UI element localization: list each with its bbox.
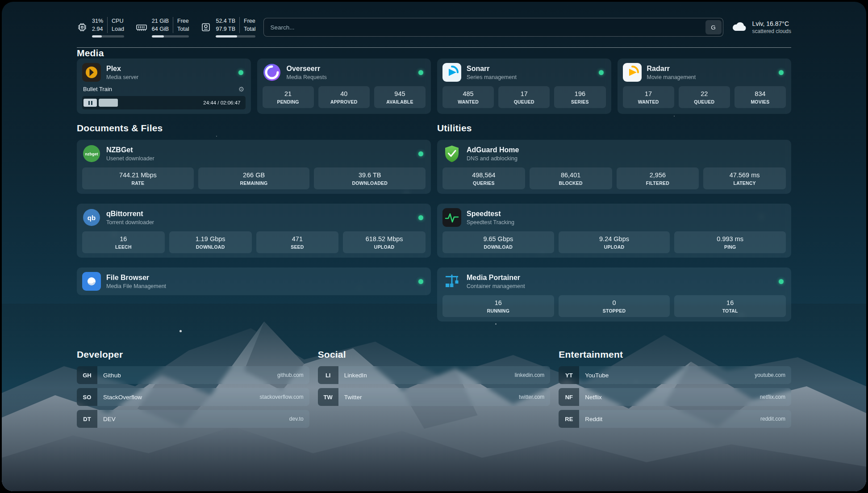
stat-rate: 744.21 Mbps RATE [82, 167, 194, 189]
disk-icon [200, 22, 211, 33]
memory-free-value: 21 GiB [152, 17, 169, 25]
stat-stopped: 0 STOPPED [559, 295, 670, 317]
memory-free-label: Free [177, 17, 189, 25]
bookmark-youtube[interactable]: YT YouTube youtube.com [559, 366, 791, 384]
middle-grid: Documents & Files nzbget NZBGet Usenet d [77, 123, 791, 331]
stat-latency: 47.569 ms LATENCY [703, 167, 786, 189]
bookmark-abbr: RE [559, 410, 579, 428]
cpu-icon [77, 22, 88, 33]
stat-seed: 471 SEED [256, 231, 339, 253]
status-dot [418, 70, 423, 75]
svg-text:qb: qb [88, 214, 96, 221]
app-card-speedtest[interactable]: Speedtest Speedtest Tracking 9.65 Gbps D… [437, 204, 791, 258]
settings-gear-icon[interactable]: ⚙ [238, 86, 244, 92]
plex-icon [82, 63, 101, 82]
svg-text:nzbget: nzbget [85, 152, 98, 156]
bookmark-name: Github [97, 372, 121, 379]
bookmarks-grid: Developer GH Github github.com SO StackO… [77, 349, 791, 432]
stat-download: 9.65 Gbps DOWNLOAD [442, 231, 554, 253]
app-card-sonarr[interactable]: Sonarr Series management 485 WANTED 17 Q… [437, 58, 611, 114]
bookmark-linkedin[interactable]: LI LinkedIn linkedin.com [318, 366, 551, 384]
app-description: DNS and adblocking [467, 155, 519, 162]
topbar: 31% 2.94 CPU Load [77, 17, 791, 38]
bookmark-name: Netflix [579, 394, 602, 401]
app-description: Series management [467, 74, 517, 80]
app-card-adguard[interactable]: AdGuard Home DNS and adblocking 498,564 … [437, 140, 791, 194]
app-card-filebrowser[interactable]: File Browser Media File Management [77, 267, 431, 295]
status-dot [779, 279, 784, 284]
app-description: Container management [467, 283, 525, 289]
memory-progress-bar [152, 35, 189, 38]
bookmark-url: stackoverflow.com [260, 394, 309, 400]
stat-queued: 17 QUEUED [498, 86, 550, 108]
bookmark-dev[interactable]: DT DEV dev.to [77, 410, 309, 428]
bookmark-abbr: SO [77, 388, 97, 406]
speedtest-icon [442, 208, 461, 227]
disk-free-label: Free [244, 17, 255, 25]
bookmark-abbr: LI [318, 366, 338, 384]
weather-condition: scattered clouds [752, 28, 791, 34]
bookmark-url: netflix.com [760, 394, 791, 400]
bookmark-reddit[interactable]: RE Reddit reddit.com [559, 410, 791, 428]
media-grid: Plex Media server Bullet Train ⚙ [77, 58, 791, 114]
app-card-nzbget[interactable]: nzbget NZBGet Usenet downloader 744.21 M… [77, 140, 431, 194]
app-card-qbittorrent[interactable]: qb qBittorrent Torrent downloader 16 LEE… [77, 204, 431, 258]
disk-total-label: Total [244, 25, 255, 33]
app-name: Media Portainer [467, 274, 525, 282]
sonarr-icon [442, 63, 461, 82]
documents-column: Documents & Files nzbget NZBGet Usenet d [77, 123, 431, 305]
radarr-icon [623, 63, 642, 82]
bookmark-abbr: YT [559, 366, 579, 384]
stat-total: 16 TOTAL [674, 295, 786, 317]
cpu-label: CPU [112, 17, 124, 25]
plex-now-playing: Bullet Train ⚙ 24:44 / 02:06:47 [82, 86, 246, 109]
bookmark-github[interactable]: GH Github github.com [77, 366, 309, 384]
resource-widgets: 31% 2.94 CPU Load [77, 17, 255, 38]
cpu-widget: 31% 2.94 CPU Load [77, 17, 124, 38]
memory-widget: 21 GiB 64 GiB Free Total [136, 17, 189, 38]
cpu-load-label: Load [112, 25, 124, 33]
app-card-overseerr[interactable]: Overseerr Media Requests 21 PENDING 40 A… [257, 58, 431, 114]
entertainment-column: Entertainment YT YouTube youtube.com NF … [559, 349, 791, 432]
stat-leech: 16 LEECH [82, 231, 165, 253]
bookmark-abbr: NF [559, 388, 579, 406]
app-card-portainer[interactable]: Media Portainer Container management 16 … [437, 267, 791, 322]
memory-total-value: 64 GiB [152, 25, 169, 33]
status-dot [418, 279, 423, 284]
status-dot [599, 70, 604, 75]
app-card-radarr[interactable]: Radarr Movie management 17 WANTED 22 QUE… [618, 58, 792, 114]
section-title-entertainment: Entertainment [559, 349, 791, 360]
app-description: Usenet downloader [106, 155, 154, 162]
bookmark-url: github.com [277, 372, 309, 378]
bookmark-name: YouTube [579, 372, 609, 379]
bookmark-twitter[interactable]: TW Twitter twitter.com [318, 388, 551, 406]
app-name: AdGuard Home [467, 146, 519, 154]
weather-widget: Lviv, 16.87°C scattered clouds [731, 20, 791, 34]
stat-pending: 21 PENDING [263, 86, 314, 108]
disk-total-value: 97.9 TB [216, 25, 235, 33]
cpu-progress-bar [92, 35, 124, 38]
status-dot [238, 70, 243, 75]
disk-progress-bar [216, 35, 255, 38]
qbittorrent-icon: qb [82, 208, 101, 227]
search-provider-button[interactable]: G [705, 20, 722, 34]
status-dot [418, 151, 423, 156]
bookmark-name: DEV [97, 416, 116, 422]
cpu-load-value: 2.94 [92, 25, 103, 33]
adguard-icon [442, 144, 461, 163]
app-card-plex[interactable]: Plex Media server Bullet Train ⚙ [77, 58, 251, 114]
pause-button[interactable] [83, 99, 97, 107]
app-description: Media Requests [287, 74, 327, 80]
now-playing-title: Bullet Train [83, 86, 112, 92]
status-dot [418, 215, 423, 220]
bookmark-netflix[interactable]: NF Netflix netflix.com [559, 388, 791, 406]
bookmark-name: StackOverflow [97, 394, 142, 401]
bookmark-url: youtube.com [755, 372, 791, 378]
bookmark-abbr: TW [318, 388, 338, 406]
stat-blocked: 86,401 BLOCKED [530, 167, 612, 189]
bookmark-stackoverflow[interactable]: SO StackOverflow stackoverflow.com [77, 388, 309, 406]
search-input[interactable] [264, 24, 704, 31]
developer-column: Developer GH Github github.com SO StackO… [77, 349, 309, 432]
search-bar[interactable]: G [263, 18, 723, 37]
disk-widget: 52.4 TB 97.9 TB Free Total [200, 17, 255, 38]
